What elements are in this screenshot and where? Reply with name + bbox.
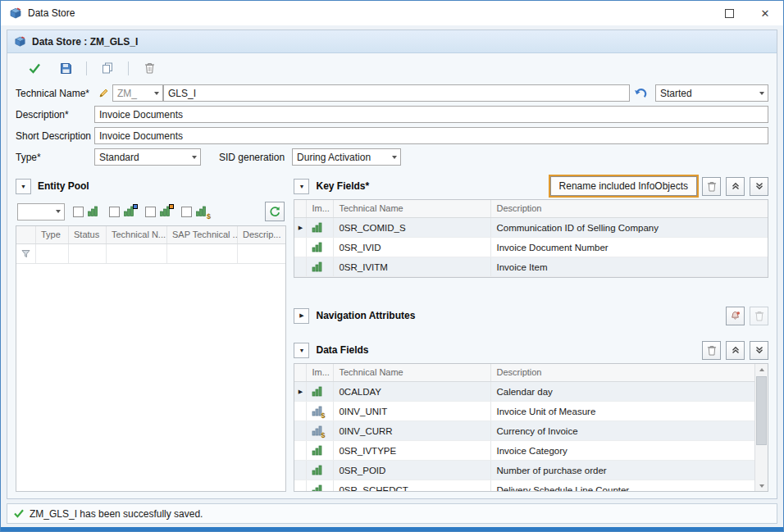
filter-cell-status[interactable] (69, 244, 107, 263)
entity-col-status[interactable]: Status (69, 226, 107, 243)
filter-attribute-checkbox[interactable] (109, 207, 120, 217)
sid-generation-combo[interactable]: During Activation (292, 148, 401, 166)
scrollbar-thumb[interactable] (756, 376, 767, 445)
filter-cell-technical-name[interactable] (107, 244, 167, 263)
key-col-description[interactable]: Description (491, 200, 768, 217)
entity-col-type[interactable]: Type (36, 226, 69, 243)
collapse-icon: ▼ (299, 348, 305, 353)
technical-name-cell: 0SR_IVTYPE (334, 441, 491, 460)
data-field-row[interactable]: ▶ $ 0CALDAY Calendar day (294, 382, 755, 402)
data-field-row[interactable]: $ 0SR_IVTYPE Invoice Category (294, 441, 755, 461)
data-col-import[interactable]: Im... (307, 364, 334, 381)
key-field-row[interactable]: $ 0SR_IVITM Invoice Item (294, 257, 768, 277)
data-fields-delete-button[interactable] (702, 341, 721, 360)
type-combo[interactable]: Standard (94, 148, 201, 166)
infoobject-icon: $ (312, 445, 322, 456)
technical-name-cell: 0SR_IVITM (334, 257, 491, 276)
description-cell: Currency of Invoice (491, 421, 755, 440)
data-col-selector[interactable] (294, 364, 307, 381)
technical-name-prefix-value: ZM_ (113, 88, 150, 99)
data-field-row[interactable]: $ 0SR_POID Number of purchase order (294, 461, 755, 480)
import-cell: $ (307, 382, 334, 401)
refresh-button[interactable] (265, 202, 285, 221)
maximize-button[interactable] (711, 1, 747, 25)
entity-pool-empty-area[interactable] (16, 264, 285, 491)
description-cell: Invoice Unit of Measure (491, 402, 755, 421)
filter-group-time-characteristic (145, 205, 173, 218)
edit-technical-name-button[interactable] (94, 84, 112, 102)
double-chevron-down-icon (754, 345, 764, 355)
close-button[interactable]: ✕ (747, 1, 783, 25)
collapse-icon: ▼ (21, 184, 26, 189)
key-col-technical-name[interactable]: Technical Name (334, 200, 491, 217)
titlebar: Data Store ✕ (1, 1, 783, 25)
rename-included-infoobjects-button[interactable]: Rename included InfoObjects (550, 176, 697, 196)
description-cell: Calendar day (491, 382, 755, 401)
technical-name-prefix-combo[interactable]: ZM_ (112, 84, 163, 102)
scroll-down-icon[interactable] (755, 480, 768, 491)
main-toolbar (7, 53, 777, 83)
description-input[interactable] (94, 106, 768, 123)
technical-name-cell: 0SR_POID (334, 461, 491, 480)
entity-col-description[interactable]: Descrip... (238, 226, 285, 243)
data-col-description[interactable]: Description (491, 364, 755, 381)
filter-cell-description[interactable] (238, 244, 285, 263)
navigation-attributes-alert-button[interactable] (726, 307, 745, 325)
key-fields-delete-button[interactable] (702, 177, 721, 196)
bell-icon (730, 311, 741, 321)
scroll-up-icon[interactable] (755, 364, 768, 375)
filter-characteristic-checkbox[interactable] (73, 207, 84, 217)
vertical-scrollbar[interactable] (754, 364, 768, 491)
entity-col-selector[interactable] (16, 226, 36, 243)
row-expander-slot (294, 257, 307, 276)
sid-generation-value: During Activation (293, 152, 388, 163)
collapse-key-fields-button[interactable]: ▼ (294, 179, 309, 194)
import-cell: $ (307, 480, 334, 492)
data-col-technical-name[interactable]: Technical Name (334, 364, 491, 381)
key-field-row[interactable]: $ 0SR_IVID Invoice Document Number (294, 238, 768, 257)
row-expander-icon[interactable]: ▶ (294, 382, 307, 401)
data-fields-move-up-button[interactable] (726, 341, 745, 360)
delete-button[interactable] (139, 57, 160, 79)
copy-button[interactable] (97, 57, 118, 79)
filter-key-figure-checkbox[interactable] (181, 207, 192, 217)
window-controls: ✕ (711, 1, 783, 25)
navigation-attributes-delete-button[interactable] (750, 307, 768, 325)
key-fields-move-up-button[interactable] (726, 177, 745, 196)
close-icon: ✕ (761, 7, 770, 20)
trash-icon (707, 345, 717, 356)
filter-time-characteristic-checkbox[interactable] (145, 207, 156, 217)
short-description-input[interactable] (94, 127, 768, 144)
status-value: Started (656, 88, 755, 99)
row-expander-icon[interactable]: ▶ (294, 218, 307, 237)
data-field-row[interactable]: $ 0INV_UNIT Invoice Unit of Measure (294, 402, 755, 421)
key-col-selector[interactable] (294, 200, 307, 217)
infoobject-icon: $ (312, 222, 322, 233)
activate-button[interactable] (24, 57, 45, 79)
technical-name-cell: 0INV_UNIT (334, 402, 491, 421)
collapse-data-fields-button[interactable]: ▼ (294, 343, 309, 358)
data-field-row[interactable]: $ 0SR_SCHEDCT Delivery Schedule Line Cou… (294, 480, 755, 492)
entity-pool-filter-combo[interactable] (17, 203, 65, 221)
data-fields-move-down-button[interactable] (750, 341, 768, 360)
key-field-row[interactable]: ▶ $ 0SR_COMID_S Communication ID of Sell… (294, 218, 768, 238)
status-combo[interactable]: Started (655, 84, 768, 102)
data-field-row[interactable]: $ 0INV_CURR Currency of Invoice (294, 421, 755, 441)
activate-check-icon (29, 63, 41, 74)
collapse-entity-pool-button[interactable]: ▼ (16, 179, 31, 194)
filter-cell-type[interactable] (36, 244, 69, 263)
key-col-import[interactable]: Im... (307, 200, 334, 217)
infoobject-icon: $ (312, 484, 322, 492)
filter-cell-sap-technical-name[interactable] (167, 244, 238, 263)
undo-button[interactable] (630, 84, 651, 102)
short-description-label: Short Description (16, 130, 94, 142)
entity-col-sap-technical-name[interactable]: SAP Technical ... (167, 226, 238, 243)
entity-pool-filter-row[interactable] (16, 244, 285, 264)
entity-col-technical-name[interactable]: Technical N... (107, 226, 167, 243)
technical-name-input[interactable] (163, 84, 630, 102)
expand-navigation-attributes-button[interactable]: ▶ (294, 308, 309, 324)
save-button[interactable] (55, 57, 76, 79)
key-fields-move-down-button[interactable] (750, 177, 768, 196)
entity-pool-title: Entity Pool (38, 180, 89, 192)
status-message: ZM_GLS_I has been succesfully saved. (30, 508, 203, 520)
